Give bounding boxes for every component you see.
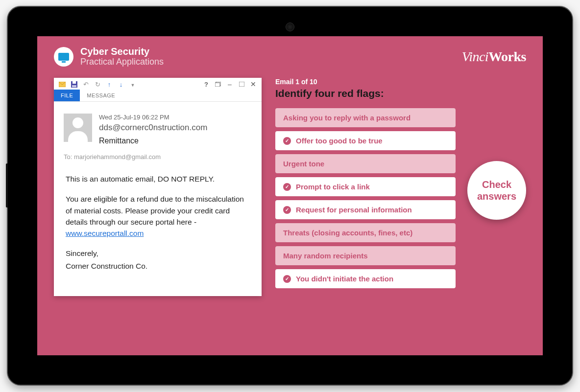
check-answers-button[interactable]: Check answers: [467, 161, 526, 220]
quiz-title: Identify four red flags:: [275, 88, 456, 99]
check-icon: ✓: [283, 275, 291, 283]
app-screen: Cyber Security Practical Applications Vi…: [37, 36, 543, 355]
quiz-main: Email 1 of 10 Identify four red flags: ✓…: [275, 78, 456, 288]
module-title-block: Cyber Security Practical Applications: [80, 46, 164, 67]
content-row: ↶ ↻ ↑ ↓ ▼ ? – ✕ FILE: [37, 78, 543, 296]
option-label: You didn't initiate the action: [296, 275, 393, 283]
option-3[interactable]: ✓Prompt to click a link: [275, 177, 456, 196]
tablet-frame: Cyber Security Practical Applications Vi…: [7, 6, 573, 386]
option-0[interactable]: ✓Asking you to reply with a password: [275, 108, 456, 127]
option-label: Request for personal information: [296, 206, 412, 214]
close-icon[interactable]: ✕: [250, 81, 257, 88]
check-icon: ✓: [283, 137, 291, 145]
quiz-panel: Email 1 of 10 Identify four red flags: ✓…: [275, 78, 526, 296]
arrow-down-icon[interactable]: ↓: [118, 81, 124, 88]
option-1[interactable]: ✓Offer too good to be true: [275, 131, 456, 150]
svg-rect-2: [72, 81, 76, 84]
mail-icon[interactable]: [59, 81, 66, 88]
email-subject: Remittance: [99, 137, 252, 145]
email-p2: You are eligible for a refund due to the…: [66, 193, 250, 239]
option-4[interactable]: ✓Request for personal information: [275, 200, 456, 219]
email-meta: Wed 25-Jul-19 06:22 PM dds@cornerc0nstru…: [99, 114, 252, 145]
tab-message[interactable]: MESSAGE: [80, 90, 122, 101]
option-label: Asking you to reply with a password: [283, 114, 411, 122]
option-2[interactable]: ✓Urgent tone: [275, 154, 456, 173]
option-6[interactable]: ✓Many random recipients: [275, 246, 456, 265]
arrow-up-icon[interactable]: ↑: [106, 81, 113, 88]
svg-rect-5: [215, 83, 220, 87]
email-signoff: Sincerely,: [66, 248, 250, 259]
quiz-options: ✓Asking you to reply with a password✓Off…: [275, 108, 456, 288]
option-5[interactable]: ✓Threats (closing accounts, fines, etc): [275, 223, 456, 242]
redo-icon[interactable]: ↻: [94, 81, 101, 88]
email-p1: This is an automatic email, DO NOT REPLY…: [66, 173, 250, 184]
email-header: Wed 25-Jul-19 06:22 PM dds@cornerc0nstru…: [54, 102, 262, 149]
email-p2-text: You are eligible for a refund due to the…: [66, 195, 244, 226]
module-badge: [54, 47, 73, 67]
tablet-side-button: [6, 163, 8, 208]
quiz-counter: Email 1 of 10: [275, 78, 456, 86]
option-label: Urgent tone: [283, 160, 324, 168]
email-panel: ↶ ↻ ↑ ↓ ▼ ? – ✕ FILE: [54, 78, 262, 296]
email-to: To: marjoriehammond@gmail.com: [54, 149, 262, 165]
email-date: Wed 25-Jul-19 06:22 PM: [99, 114, 252, 121]
svg-rect-6: [239, 82, 244, 87]
option-7[interactable]: ✓You didn't initiate the action: [275, 269, 456, 288]
email-signature: Corner Construction Co.: [66, 260, 250, 272]
email-tabs: FILE MESSAGE: [54, 90, 262, 102]
app-header: Cyber Security Practical Applications Vi…: [37, 36, 543, 74]
svg-rect-3: [72, 85, 76, 87]
option-label: Offer too good to be true: [296, 137, 383, 145]
save-icon[interactable]: [71, 81, 77, 88]
avatar-icon: [64, 114, 92, 142]
help-icon[interactable]: ?: [203, 81, 210, 88]
tablet-camera: [286, 23, 294, 31]
minimize-icon[interactable]: –: [226, 81, 233, 88]
maximize-icon[interactable]: [238, 81, 245, 88]
option-label: Prompt to click a link: [296, 183, 370, 191]
check-icon: ✓: [283, 183, 291, 191]
option-label: Many random recipients: [283, 252, 368, 260]
module-subtitle: Practical Applications: [80, 57, 164, 67]
option-label: Threats (closing accounts, fines, etc): [283, 229, 412, 237]
brand-part1: Vinci: [462, 49, 489, 64]
more-icon[interactable]: ▼: [129, 81, 136, 88]
window-restore-icon[interactable]: [215, 81, 221, 88]
email-body: This is an automatic email, DO NOT REPLY…: [54, 165, 262, 296]
phishing-link[interactable]: www.secureportall.com: [66, 229, 144, 237]
brand-part2: Works: [488, 49, 526, 64]
check-icon: ✓: [283, 206, 291, 214]
undo-icon[interactable]: ↶: [82, 81, 89, 88]
brand-logo: VinciWorks: [462, 49, 526, 65]
email-from: dds@cornerc0nstruction.com: [99, 123, 252, 133]
module-title: Cyber Security: [80, 46, 164, 57]
tab-file[interactable]: FILE: [54, 90, 80, 101]
email-toolbar: ↶ ↻ ↑ ↓ ▼ ? – ✕: [54, 78, 262, 90]
monitor-icon: [58, 53, 69, 61]
